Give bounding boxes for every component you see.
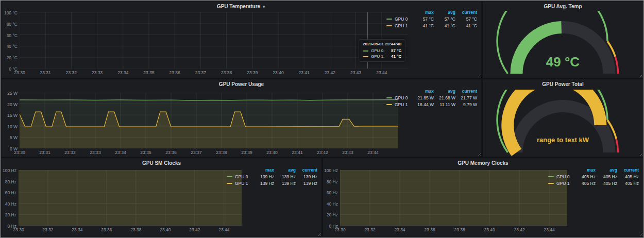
legend-series-name[interactable]: GPU 0 — [386, 16, 412, 22]
power-usage-plot-area[interactable] — [20, 93, 398, 148]
x-axis-tick-label: 23:36 — [98, 227, 115, 232]
x-axis-tick-label: 23:39 — [244, 70, 261, 75]
legend-value: 139 Hz — [252, 174, 274, 179]
x-axis-tick-label: 23:32 — [39, 227, 57, 232]
legend-value: 16.44 W — [412, 102, 434, 107]
panel-resize-handle[interactable] — [477, 73, 481, 77]
panel-title-gpu-memory-clocks[interactable]: GPU Memory Clocks — [323, 160, 643, 166]
y-axis-tick-label: 20 W — [2, 102, 18, 107]
y-axis-tick-label: 15 W — [2, 113, 18, 118]
sm-clocks-plot-area[interactable] — [19, 170, 242, 226]
legend-column-header[interactable]: current — [455, 10, 477, 15]
legend-column-header[interactable]: max — [412, 89, 434, 94]
legend-series-name[interactable]: GPU 1 — [386, 23, 412, 28]
legend-column-header[interactable]: current — [296, 167, 317, 173]
panel-resize-handle[interactable] — [638, 232, 642, 236]
y-axis-tick-label: 20 °C — [2, 55, 18, 60]
chevron-down-icon: ▼ — [262, 5, 266, 9]
tooltip-timestamp: 2020-05-01 23:44:48 — [363, 42, 401, 46]
legend-series-name[interactable]: GPU 0 — [227, 174, 252, 179]
legend-header-row: maxavgcurrent — [227, 166, 317, 173]
x-axis-tick-label: 23:34 — [391, 227, 409, 232]
panel-gpu-memory-clocks: GPU Memory Clocks maxavgcurrentGPU 0405 … — [323, 158, 643, 236]
y-axis-tick-label: 60 Hz — [323, 190, 338, 195]
memory-clocks-plot-area[interactable] — [340, 170, 567, 226]
x-axis-tick-label: 23:34 — [114, 70, 132, 75]
temperature-plot-area[interactable] — [20, 12, 408, 69]
legend-row[interactable]: GPU 0139 Hz139 Hz139 Hz — [227, 173, 317, 180]
legend-series-name[interactable]: GPU 1 — [548, 181, 574, 186]
legend-column-header[interactable]: max — [252, 167, 274, 173]
panel-resize-handle[interactable] — [317, 232, 321, 236]
legend-series-name[interactable]: GPU 0 — [548, 174, 574, 179]
panel-gpu-avg-temp: GPU Avg. Temp 49 °C — [483, 2, 643, 78]
legend-row[interactable]: GPU 1405 Hz405 Hz405 Hz — [548, 180, 639, 186]
legend-row[interactable]: GPU 141 °C41 °C41 °C — [386, 22, 477, 29]
legend-column-header[interactable]: current — [455, 89, 477, 94]
grafana-dashboard: GPU Temperature▼ 2020-05-01 23:44:48 GPU… — [0, 0, 644, 238]
panel-title-gpu-sm-clocks[interactable]: GPU SM Clocks — [2, 160, 321, 166]
legend-row[interactable]: GPU 057 °C57 °C57 °C — [386, 15, 477, 22]
legend-header-row: maxavgcurrent — [386, 88, 477, 94]
legend-column-header[interactable]: avg — [434, 10, 455, 15]
legend-value: 41 °C — [455, 23, 477, 28]
x-axis-tick-label: 23:33 — [89, 70, 106, 75]
series-color-dash — [386, 25, 392, 26]
series-color-dash — [386, 97, 392, 98]
y-axis-tick-label: 40 Hz — [323, 201, 338, 207]
legend-row[interactable]: GPU 116.44 W11.11 W9.79 W — [386, 101, 477, 108]
y-axis-tick-label: 40 °C — [2, 44, 18, 49]
x-axis-tick-label: 23:33 — [87, 150, 104, 155]
legend-column-header[interactable]: avg — [434, 89, 455, 94]
y-axis-tick-label: 25 W — [2, 91, 18, 96]
x-axis-tick-label: 23:34 — [69, 227, 86, 232]
panel-title-gpu-power-usage[interactable]: GPU Power Usage — [2, 81, 481, 87]
legend-column-header[interactable]: current — [617, 167, 639, 173]
series-color-dash — [363, 56, 368, 57]
x-axis-tick-label: 23:43 — [347, 70, 365, 75]
x-axis-tick-label: 23:36 — [166, 70, 183, 75]
x-axis-tick-label: 23:31 — [36, 150, 54, 155]
legend-value: 57 °C — [434, 16, 455, 22]
legend-value: 405 Hz — [596, 174, 617, 179]
legend-value: 11.11 W — [434, 102, 455, 107]
x-axis-tick-label: 23:42 — [511, 227, 528, 232]
x-axis-tick-label: 23:39 — [238, 150, 256, 155]
legend-row[interactable]: GPU 021.85 W21.68 W21.77 W — [386, 94, 477, 101]
legend-row[interactable]: GPU 0405 Hz405 Hz405 Hz — [548, 173, 639, 180]
legend-series-name[interactable]: GPU 1 — [227, 181, 252, 186]
x-axis-tick-label: 23:30 — [10, 227, 27, 232]
x-axis-tick-label: 23:36 — [162, 150, 180, 155]
x-axis-tick-label: 23:44 — [540, 227, 558, 232]
panel-title-gpu-power-total[interactable]: GPU Power Total — [483, 81, 643, 87]
legend-series-name[interactable]: GPU 0 — [386, 95, 412, 100]
x-axis-tick-label: 23:38 — [213, 150, 230, 155]
legend-row[interactable]: GPU 1139 Hz139 Hz139 Hz — [227, 180, 317, 186]
legend-column-header[interactable]: max — [412, 10, 434, 15]
series-color-dash — [548, 176, 554, 177]
x-axis-tick-label: 23:40 — [157, 227, 174, 232]
tooltip-series-value: 41 °C — [391, 54, 401, 59]
legend-value: 41 °C — [412, 23, 434, 28]
legend-value: 405 Hz — [617, 174, 639, 179]
x-axis-tick-label: 23:40 — [263, 150, 281, 155]
y-axis-tick-label: 5 W — [2, 135, 18, 140]
legend-value: 139 Hz — [274, 174, 296, 179]
legend-series-name[interactable]: GPU 1 — [386, 102, 412, 107]
x-axis-tick-label: 23:44 — [373, 70, 391, 75]
x-axis-tick-label: 23:37 — [188, 150, 205, 155]
panel-resize-handle[interactable] — [477, 152, 481, 156]
y-axis-tick-label: 100 Hz — [1, 168, 16, 173]
legend-value: 405 Hz — [574, 181, 596, 186]
x-axis-tick-label: 23:37 — [192, 70, 209, 75]
legend-header-row: maxavgcurrent — [548, 166, 639, 173]
panel-title-gpu-avg-temp[interactable]: GPU Avg. Temp — [483, 4, 643, 9]
legend-value: 41 °C — [434, 23, 455, 28]
legend-column-header[interactable]: avg — [274, 167, 296, 173]
legend-column-header[interactable]: max — [574, 167, 596, 173]
legend-column-header[interactable]: avg — [596, 167, 617, 173]
series-color-dash — [363, 50, 368, 52]
x-axis-tick-label: 23:40 — [269, 70, 287, 75]
x-axis-tick-label: 23:31 — [37, 70, 54, 75]
series-color-dash — [227, 183, 232, 184]
